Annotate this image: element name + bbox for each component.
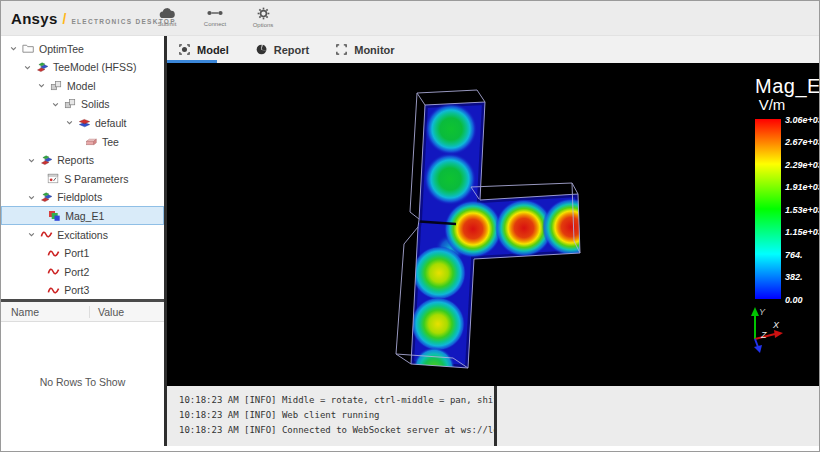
folder-icon (20, 41, 36, 56)
tree-item-label: Model (67, 80, 96, 92)
legend-units: V/m (751, 96, 793, 113)
field-surface (411, 102, 600, 386)
design-icon (34, 60, 50, 75)
excitation-icon (38, 227, 54, 242)
tree-item-label: Port1 (64, 247, 89, 259)
sidebar-item-port2[interactable]: Port2 (1, 262, 164, 281)
gear-icon (255, 5, 272, 22)
excitation-icon (45, 246, 61, 261)
legend-tick-value: 2.67e+03 (785, 137, 820, 147)
chevron-down-icon[interactable] (7, 42, 20, 55)
log-line: 10:18:23 AM [INFO] Web client running (179, 408, 494, 423)
grid-column-name[interactable]: Name (1, 306, 89, 318)
legend-tick-value: 382. (785, 272, 803, 282)
view-tabs: ModelReportMonitor (167, 36, 820, 63)
tree-item-label: Fieldplots (57, 191, 102, 203)
sidebar-item-optimtee[interactable]: OptimTee (1, 39, 164, 58)
log-line: 10:18:23 AM [INFO] Middle = rotate, ctrl… (179, 393, 494, 408)
tree-item-label: Excitations (57, 229, 108, 241)
sidebar-item-reports[interactable]: Reports (1, 151, 164, 170)
fieldplot-icon (46, 208, 62, 223)
brand-slash: / (63, 11, 67, 27)
legend-colorbar (755, 119, 781, 299)
geometry-icon (48, 78, 64, 93)
axis-y-label: Y (759, 307, 766, 317)
connect-icon (206, 5, 224, 21)
chevron-down-icon[interactable] (25, 228, 38, 241)
tab-label: Model (197, 44, 229, 56)
view-tabbar: ModelReportMonitor (167, 36, 820, 63)
design-icon (38, 190, 54, 205)
solid-icon (83, 134, 99, 149)
sidebar-item-model[interactable]: Model (1, 76, 164, 95)
axis-x-label: X (772, 320, 780, 330)
report-doc-icon (45, 171, 61, 186)
legend-tick-value: 764. (785, 250, 803, 260)
tree-item-label: Port3 (64, 284, 89, 296)
options-button[interactable]: Options (245, 5, 281, 28)
viewport-3d[interactable]: Y X Z Mag_E V/m 3.06e+032.67e+032.29e+03… (167, 63, 820, 386)
chevron-down-icon[interactable] (25, 191, 38, 204)
excitation-icon (45, 264, 61, 279)
sidebar-item-s-parameters[interactable]: S Parameters (1, 169, 164, 188)
chevron-down-icon[interactable] (49, 98, 62, 111)
ansys-electronics-desktop-window: Ansys / ELECTRONICS DESKTOP SubmitConnec… (0, 0, 820, 452)
design-icon (38, 153, 54, 168)
chevron-down-icon[interactable] (21, 61, 34, 74)
legend-title: Mag_E (755, 75, 820, 98)
submit-button[interactable]: Submit (149, 5, 185, 28)
monitor-tab-icon (335, 43, 348, 56)
legend-tick-value: 1.53e+03 (785, 205, 820, 215)
tab-model[interactable]: Model (178, 43, 229, 56)
chevron-down-icon[interactable] (35, 79, 48, 92)
axis-triad-icon: Y X Z (751, 307, 783, 353)
grid-column-value[interactable]: Value (89, 306, 124, 318)
tree-item-label: TeeModel (HFSS) (53, 61, 136, 73)
property-grid-header: Name Value (1, 302, 164, 322)
connect-button[interactable]: Connect (197, 5, 233, 28)
tab-label: Monitor (354, 44, 394, 56)
sidebar-item-port3[interactable]: Port3 (1, 281, 164, 300)
toolbar-button-label: Options (253, 22, 274, 28)
bottom-right-spacer (497, 386, 820, 446)
tree-item-label: Port2 (64, 266, 89, 278)
header-toolbar: SubmitConnectOptions (149, 5, 281, 28)
tree-item-label: Solids (81, 98, 110, 110)
tee-model-field-plot: Y X Z (167, 63, 820, 386)
sidebar-item-default[interactable]: default (1, 113, 164, 132)
legend-tick-value: 1.15e+03 (785, 227, 820, 237)
sidebar-item-fieldplots[interactable]: Fieldplots (1, 188, 164, 207)
chevron-down-icon[interactable] (63, 116, 76, 129)
tree-item-label: Tee (102, 136, 119, 148)
brand-text: Ansys (11, 10, 58, 27)
legend-tick-value: 0.00 (785, 295, 803, 305)
excitation-icon (45, 283, 61, 298)
tab-label: Report (274, 44, 309, 56)
legend-tick-value: 3.06e+03 (785, 115, 820, 125)
tab-monitor[interactable]: Monitor (335, 43, 394, 56)
sidebar-item-teemodel-hfss[interactable]: TeeModel (HFSS) (1, 58, 164, 77)
model-tab-icon (178, 43, 191, 56)
chevron-down-icon[interactable] (25, 154, 38, 167)
geometry-icon (62, 97, 78, 112)
legend-tick-value: 2.29e+03 (785, 160, 820, 170)
tab-report[interactable]: Report (255, 43, 309, 56)
sidebar-item-excitations[interactable]: Excitations (1, 225, 164, 244)
sidebar-item-solids[interactable]: Solids (1, 95, 164, 114)
legend-tick-value: 1.91e+03 (785, 182, 820, 192)
sidebar-item-mag-e1[interactable]: Mag_E1 (1, 206, 164, 225)
project-tree-panel: OptimTeeTeeModel (HFSS)ModelSolidsdefaul… (1, 36, 164, 446)
tree-item-label: S Parameters (64, 173, 128, 185)
axis-z-label: Z (760, 330, 767, 340)
message-log[interactable]: 10:18:23 AM [INFO] Middle = rotate, ctrl… (167, 386, 494, 446)
app-header: Ansys / ELECTRONICS DESKTOP SubmitConnec… (1, 1, 819, 36)
tree-item-label: Reports (57, 154, 94, 166)
sidebar-item-tee[interactable]: Tee (1, 132, 164, 151)
log-line: 10:18:23 AM [INFO] Connected to WebSocke… (179, 423, 494, 438)
sidebar-item-port1[interactable]: Port1 (1, 244, 164, 263)
tree-item-label: OptimTee (39, 43, 84, 55)
material-icon (76, 115, 92, 130)
report-pie-icon (255, 43, 268, 56)
tree-item-label: default (95, 117, 127, 129)
tree-item-label: Mag_E1 (65, 210, 104, 222)
